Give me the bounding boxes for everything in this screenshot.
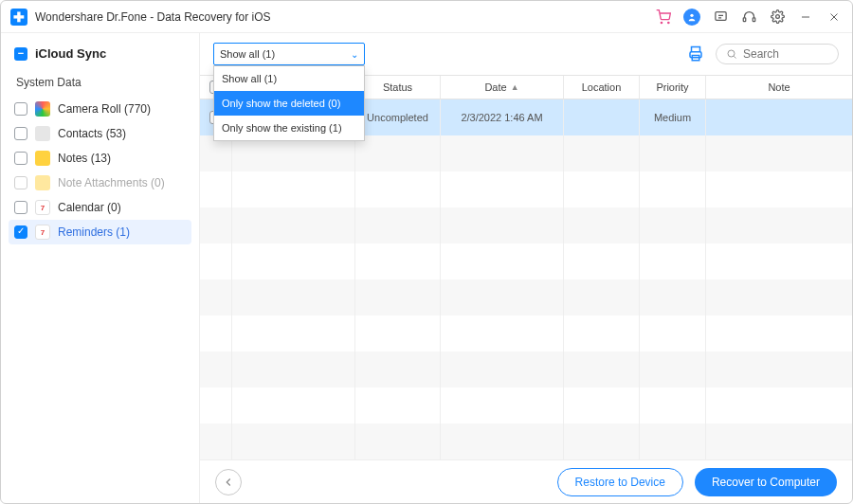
col-status[interactable]: Status [355, 76, 441, 99]
svg-point-6 [775, 15, 779, 19]
sort-asc-icon: ▲ [511, 82, 519, 92]
filter-option-2[interactable]: Only show the existing (1) [214, 116, 364, 140]
sidebar-item-label: Contacts (53) [58, 127, 186, 140]
table-row-empty [200, 387, 852, 423]
close-button[interactable] [826, 9, 843, 26]
settings-gear-icon[interactable] [769, 9, 786, 26]
search-box[interactable] [716, 44, 839, 64]
sidebar-header-label: iCloud Sync [35, 46, 106, 61]
print-icon[interactable] [687, 45, 704, 63]
footer: Restore to Device Recover to Computer [200, 459, 852, 503]
filter-selected-label: Show all (1) [220, 48, 275, 60]
search-input[interactable] [743, 47, 828, 61]
col-note[interactable]: Note [706, 76, 852, 99]
sidebar-item-label: Reminders (1) [58, 225, 186, 239]
col-date[interactable]: Date▲ [441, 76, 564, 99]
sidebar: − iCloud Sync System Data Camera Roll (7… [1, 33, 200, 503]
svg-point-0 [661, 22, 662, 23]
filter-option-1[interactable]: Only show the deleted (0) [214, 91, 364, 116]
sidebar-checkbox[interactable] [14, 201, 27, 214]
table-row-empty [200, 243, 852, 279]
main-panel: Show all (1) ⌄ Show all (1)Only show the… [200, 33, 852, 503]
cell-note [706, 99, 852, 135]
toolbar: Show all (1) ⌄ Show all (1)Only show the… [200, 33, 852, 75]
sidebar-item-label: Note Attachments (0) [58, 176, 186, 189]
shopping-cart-icon[interactable] [655, 9, 672, 26]
sidebar-item-3[interactable]: Note Attachments (0) [9, 171, 191, 195]
filter-option-0[interactable]: Show all (1) [214, 66, 364, 91]
sidebar-section-label: System Data [9, 70, 191, 91]
back-button[interactable] [215, 469, 242, 495]
sidebar-checkbox[interactable] [14, 127, 27, 140]
cal-icon: 7 [35, 200, 50, 215]
cal-icon: 7 [35, 225, 50, 240]
sidebar-checkbox[interactable] [14, 176, 27, 189]
feedback-icon[interactable] [712, 9, 729, 26]
window-title: Wondershare Dr.Fone - Data Recovery for … [35, 10, 655, 24]
cell-status: Uncompleted [355, 99, 441, 135]
svg-rect-5 [753, 18, 755, 22]
titlebar: ✚ Wondershare Dr.Fone - Data Recovery fo… [1, 1, 852, 33]
cell-date: 2/3/2022 1:46 AM [441, 99, 564, 135]
table-row-empty [200, 351, 852, 387]
cell-location [564, 99, 640, 135]
sidebar-checkbox[interactable] [14, 225, 27, 239]
sidebar-checkbox[interactable] [14, 152, 27, 165]
sidebar-item-4[interactable]: 7 Calendar (0) [9, 195, 191, 220]
sidebar-item-0[interactable]: Camera Roll (770) [9, 97, 191, 121]
sidebar-item-label: Camera Roll (770) [58, 102, 186, 116]
minimize-button[interactable] [797, 9, 814, 26]
headset-icon[interactable] [740, 9, 757, 26]
sidebar-item-1[interactable]: Contacts (53) [9, 121, 191, 146]
search-icon [726, 48, 737, 60]
sidebar-header[interactable]: − iCloud Sync [9, 43, 191, 64]
table-row-empty [200, 279, 852, 315]
svg-rect-4 [743, 18, 746, 22]
sidebar-item-2[interactable]: Notes (13) [9, 146, 191, 171]
sidebar-item-label: Notes (13) [58, 152, 186, 165]
camera-icon [35, 101, 50, 117]
table-row-empty [200, 423, 852, 459]
notes-icon [35, 151, 50, 166]
svg-point-12 [728, 50, 735, 57]
svg-line-13 [734, 56, 735, 58]
sidebar-item-label: Calendar (0) [58, 201, 186, 214]
contacts-icon [35, 126, 50, 141]
sidebar-checkbox[interactable] [14, 102, 27, 116]
user-avatar-icon[interactable] [683, 9, 700, 26]
table-row-empty [200, 207, 852, 243]
col-priority[interactable]: Priority [640, 76, 706, 99]
cell-priority: Medium [640, 99, 706, 135]
recover-to-computer-button[interactable]: Recover to Computer [695, 468, 837, 496]
chevron-down-icon: ⌄ [351, 49, 358, 60]
svg-point-2 [690, 13, 693, 16]
table-row-empty [200, 171, 852, 207]
filter-dropdown-menu: Show all (1)Only show the deleted (0)Onl… [213, 65, 365, 141]
svg-point-1 [668, 22, 669, 23]
collapse-icon: − [14, 47, 27, 61]
table-row-empty [200, 315, 852, 351]
filter-dropdown[interactable]: Show all (1) ⌄ [213, 43, 365, 65]
col-location[interactable]: Location [564, 76, 640, 99]
restore-to-device-button[interactable]: Restore to Device [557, 468, 683, 496]
sidebar-item-5[interactable]: 7 Reminders (1) [9, 220, 191, 244]
attach-icon [35, 175, 50, 190]
app-logo: ✚ [10, 9, 27, 26]
